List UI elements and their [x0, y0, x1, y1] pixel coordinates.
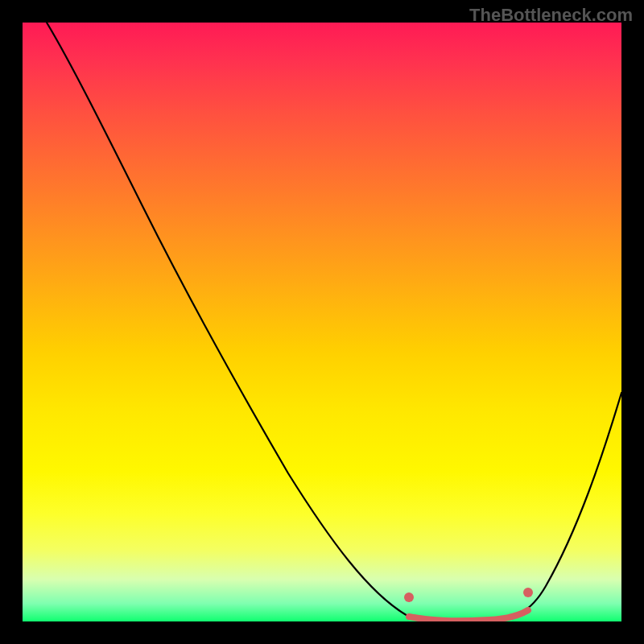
optimal-start-dot: [404, 592, 414, 602]
chart-svg: [23, 23, 621, 621]
watermark-text: TheBottleneck.com: [469, 5, 633, 26]
plot-area: [23, 23, 621, 621]
optimal-end-dot: [523, 588, 533, 597]
optimal-range-marker: [409, 610, 528, 621]
bottleneck-curve: [47, 23, 621, 621]
